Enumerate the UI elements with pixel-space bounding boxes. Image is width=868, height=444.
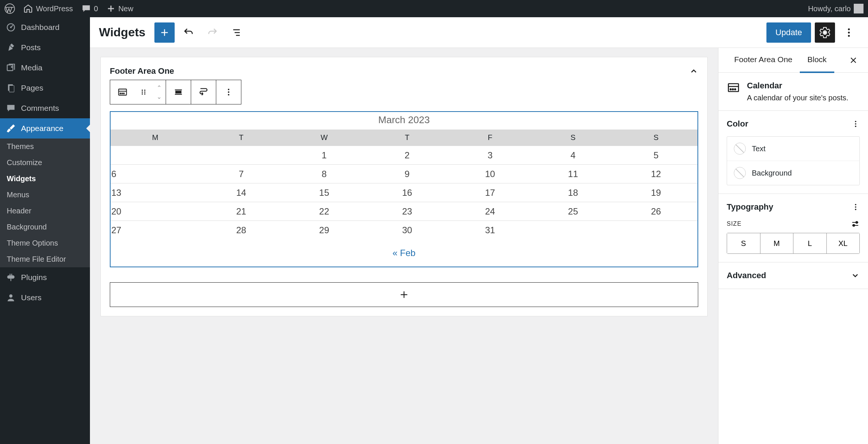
collapse-area-button[interactable] <box>689 67 698 76</box>
drag-handle[interactable] <box>135 80 152 104</box>
svg-point-36 <box>856 222 858 223</box>
sidebar-item-plugins[interactable]: Plugins <box>0 267 90 288</box>
typography-panel-options-button[interactable] <box>852 203 860 211</box>
calendar-day-cell: 22 <box>283 202 365 221</box>
align-button[interactable] <box>166 80 191 104</box>
panel-typography-title: Typography <box>727 202 773 212</box>
calendar-day-cell: 11 <box>531 165 614 183</box>
avatar <box>854 4 864 13</box>
sidebar-item-dashboard[interactable]: Dashboard <box>0 17 90 37</box>
page-title: Widgets <box>99 25 145 39</box>
wp-logo[interactable] <box>4 3 15 14</box>
size-option-l[interactable]: L <box>793 233 827 253</box>
sidebar-item-appearance[interactable]: Appearance <box>0 118 90 139</box>
move-up-button[interactable]: ⌃ <box>152 83 166 92</box>
submenu-theme-options[interactable]: Theme Options <box>0 235 90 251</box>
svg-point-32 <box>855 126 856 127</box>
submenu-background[interactable]: Background <box>0 219 90 235</box>
svg-point-2 <box>10 27 12 28</box>
move-to-button[interactable] <box>191 80 216 104</box>
editor-canvas: Footer Area One <box>90 48 718 444</box>
svg-point-19 <box>144 91 145 92</box>
move-down-button[interactable]: ⌄ <box>152 92 166 101</box>
user-menu[interactable]: Howdy, carlo <box>808 4 864 13</box>
submenu-themes[interactable]: Themes <box>0 139 90 155</box>
svg-point-33 <box>855 204 856 206</box>
color-swatch-icon <box>734 143 746 155</box>
add-block-button[interactable] <box>154 22 175 43</box>
svg-point-8 <box>823 31 826 34</box>
color-text-button[interactable]: Text <box>727 137 859 161</box>
svg-point-37 <box>853 225 855 226</box>
calendar-day-cell: 3 <box>449 146 531 165</box>
calendar-block[interactable]: March 2023 MTWTFSS 123456789101112131415… <box>110 111 698 267</box>
calendar-day-cell: 2 <box>366 146 449 165</box>
color-panel-options-button[interactable] <box>852 120 860 128</box>
block-type-button[interactable] <box>110 80 135 104</box>
undo-button[interactable] <box>178 22 199 43</box>
tab-widget-area[interactable]: Footer Area One <box>727 48 800 73</box>
list-view-button[interactable] <box>226 22 247 43</box>
inspector-sidebar: Footer Area One Block Calendar A <box>718 48 868 444</box>
svg-point-13 <box>120 93 121 94</box>
calendar-day-cell: 26 <box>615 202 697 221</box>
calendar-day-cell <box>615 221 697 240</box>
svg-point-11 <box>848 35 850 37</box>
sidebar-item-pages[interactable]: Pages <box>0 78 90 98</box>
svg-point-21 <box>144 93 145 94</box>
size-settings-icon[interactable] <box>851 219 860 228</box>
calendar-prev-link[interactable]: « Feb <box>392 248 415 258</box>
size-label: SIZE <box>727 221 742 227</box>
calendar-day-cell: 23 <box>366 202 449 221</box>
sidebar-item-comments[interactable]: Comments <box>0 98 90 118</box>
comments-link[interactable]: 0 <box>81 4 98 13</box>
svg-rect-3 <box>7 65 13 70</box>
svg-point-20 <box>142 93 143 94</box>
calendar-day-cell <box>531 221 614 240</box>
block-more-button[interactable] <box>216 80 241 104</box>
calendar-day-cell: 20 <box>111 202 200 221</box>
calendar-day-cell: 30 <box>366 221 449 240</box>
editor-header: Widgets Update <box>90 17 868 48</box>
panel-advanced-toggle[interactable]: Advanced <box>727 271 860 280</box>
new-link[interactable]: New <box>106 4 133 13</box>
sidebar-item-posts[interactable]: Posts <box>0 37 90 58</box>
svg-point-28 <box>732 89 733 90</box>
submenu-header[interactable]: Header <box>0 203 90 219</box>
calendar-day-cell: 12 <box>615 165 697 183</box>
size-option-s[interactable]: S <box>727 233 760 253</box>
calendar-caption: March 2023 <box>111 112 697 130</box>
redo-button[interactable] <box>202 22 223 43</box>
size-option-xl[interactable]: XL <box>827 233 860 253</box>
update-button[interactable]: Update <box>766 22 811 43</box>
submenu-menus[interactable]: Menus <box>0 187 90 203</box>
svg-rect-22 <box>176 91 181 93</box>
sidebar-item-users[interactable]: Users <box>0 288 90 308</box>
calendar-day-cell: 24 <box>449 202 531 221</box>
close-inspector-button[interactable] <box>847 54 860 67</box>
calendar-day-cell: 13 <box>111 183 200 202</box>
submenu-theme-file-editor[interactable]: Theme File Editor <box>0 251 90 267</box>
submenu-widgets[interactable]: Widgets <box>0 171 90 187</box>
calendar-day-cell: 27 <box>111 221 200 240</box>
color-background-button[interactable]: Background <box>727 161 859 185</box>
calendar-day-cell <box>111 146 200 165</box>
calendar-day-header: M <box>111 130 200 146</box>
more-options-button[interactable] <box>839 22 859 43</box>
site-link[interactable]: WordPress <box>23 4 73 13</box>
calendar-day-cell: 17 <box>449 183 531 202</box>
calendar-day-cell: 5 <box>615 146 697 165</box>
svg-point-14 <box>122 93 123 94</box>
add-block-placeholder[interactable] <box>110 282 698 307</box>
svg-point-23 <box>228 89 229 90</box>
settings-button[interactable] <box>815 22 835 43</box>
size-option-m[interactable]: M <box>760 233 794 253</box>
tab-block[interactable]: Block <box>800 48 834 73</box>
submenu-customize[interactable]: Customize <box>0 155 90 171</box>
sidebar-item-media[interactable]: Media <box>0 58 90 78</box>
calendar-day-cell: 9 <box>366 165 449 183</box>
block-description: A calendar of your site's posts. <box>747 94 849 102</box>
calendar-day-cell: 6 <box>111 165 200 183</box>
svg-point-16 <box>142 89 143 91</box>
svg-point-15 <box>123 93 124 94</box>
